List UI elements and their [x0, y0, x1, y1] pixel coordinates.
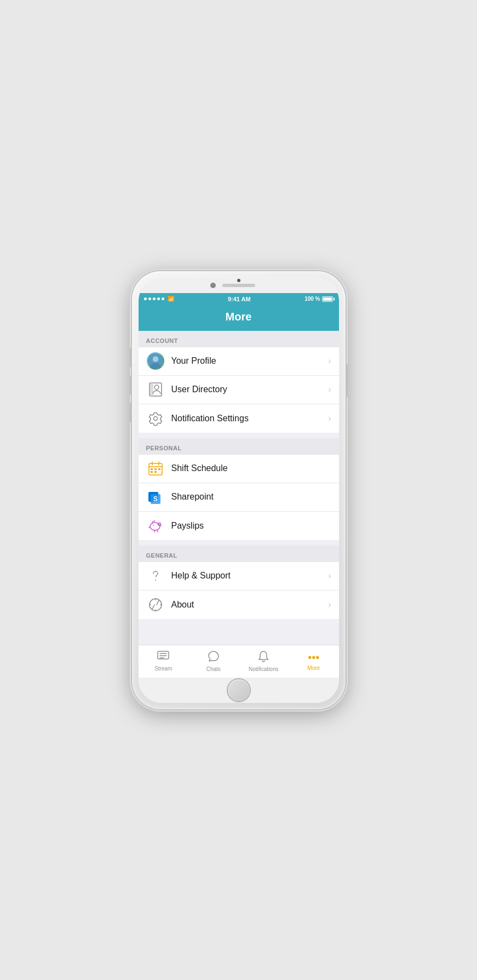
- tab-notifications-label: Notifications: [249, 666, 278, 672]
- profile-icon: [146, 352, 165, 370]
- section-personal-label: PERSONAL: [146, 445, 182, 451]
- more-icon: •••: [308, 651, 319, 664]
- calendar-icon: [146, 459, 165, 478]
- svg-rect-14: [151, 471, 153, 473]
- section-personal-header: PERSONAL: [139, 438, 339, 455]
- app-header: More: [139, 305, 339, 331]
- stream-icon: [157, 651, 169, 664]
- svg-text:S: S: [153, 495, 158, 503]
- help-support-chevron: ›: [328, 571, 331, 581]
- menu-item-sharepoint[interactable]: S Sharepoint: [139, 483, 339, 512]
- signal-dot-1: [144, 297, 147, 300]
- menu-item-your-profile[interactable]: Your Profile ›: [139, 347, 339, 376]
- svg-point-21: [153, 525, 154, 526]
- section-account-header: ACCOUNT: [139, 331, 339, 347]
- help-support-label: Help & Support: [171, 571, 329, 581]
- svg-point-22: [155, 580, 156, 581]
- about-label: About: [171, 600, 329, 610]
- payslips-label: Payslips: [171, 521, 331, 531]
- menu-item-help-support[interactable]: Help & Support ›: [139, 562, 339, 591]
- notification-settings-chevron: ›: [328, 414, 331, 423]
- signal-area: 📶: [144, 296, 174, 302]
- user-directory-chevron: ›: [328, 385, 331, 394]
- your-profile-chevron: ›: [328, 356, 331, 366]
- tab-stream-label: Stream: [154, 666, 172, 672]
- sharepoint-label: Sharepoint: [171, 492, 331, 502]
- profile-avatar: [147, 352, 164, 370]
- menu-item-user-directory[interactable]: User Directory ›: [139, 376, 339, 404]
- spacer-3: [139, 619, 339, 624]
- compass-icon: [146, 595, 165, 614]
- wifi-icon: 📶: [168, 296, 174, 302]
- svg-point-6: [153, 416, 157, 420]
- battery-fill: [323, 297, 332, 301]
- tab-bar: Stream Chats: [139, 645, 339, 678]
- directory-icon: [146, 380, 165, 399]
- tab-chats-label: Chats: [206, 666, 221, 672]
- spacer-2: [139, 540, 339, 546]
- personal-menu-list: Shift Schedule S Sharepoint: [139, 455, 339, 540]
- notification-settings-label: Notification Settings: [171, 414, 329, 423]
- status-bar: 📶 9:41 AM 100 %: [139, 293, 339, 305]
- piggy-icon: [146, 517, 165, 535]
- svg-rect-15: [154, 471, 157, 473]
- menu-item-shift-schedule[interactable]: Shift Schedule: [139, 455, 339, 483]
- signal-dot-3: [153, 297, 156, 300]
- phone-top-bar: [139, 278, 339, 293]
- section-general-label: GENERAL: [146, 552, 177, 559]
- tab-more-label: More: [307, 665, 320, 671]
- menu-item-notification-settings[interactable]: Notification Settings ›: [139, 404, 339, 433]
- phone-dot: [237, 279, 240, 282]
- svg-point-1: [152, 356, 158, 362]
- bell-icon: [258, 650, 269, 665]
- tab-chats[interactable]: Chats: [188, 645, 239, 678]
- svg-rect-13: [158, 468, 160, 470]
- home-button[interactable]: [228, 679, 250, 701]
- account-menu-list: Your Profile › Use: [139, 347, 339, 433]
- svg-line-29: [157, 600, 159, 605]
- main-content: ACCOUNT: [139, 331, 339, 645]
- screen: 📶 9:41 AM 100 % More ACCOUNT: [139, 293, 339, 678]
- general-menu-list: Help & Support ›: [139, 562, 339, 619]
- signal-dot-4: [157, 297, 160, 300]
- section-account-label: ACCOUNT: [146, 337, 179, 344]
- tab-notifications[interactable]: Notifications: [239, 645, 289, 678]
- svg-line-28: [152, 605, 154, 609]
- svg-point-23: [150, 599, 162, 611]
- phone-bottom: [139, 678, 339, 703]
- user-directory-label: User Directory: [171, 385, 329, 394]
- page-title: More: [226, 311, 252, 323]
- svg-point-5: [154, 385, 159, 389]
- sharepoint-icon: S: [146, 488, 165, 506]
- phone-camera: [210, 283, 216, 288]
- svg-rect-4: [151, 383, 153, 396]
- battery-percent: 100 %: [304, 296, 320, 302]
- about-chevron: ›: [328, 600, 331, 610]
- question-icon: [146, 566, 165, 585]
- phone-inner: 📶 9:41 AM 100 % More ACCOUNT: [139, 278, 339, 703]
- spacer-1: [139, 433, 339, 438]
- svg-rect-12: [154, 468, 157, 470]
- menu-item-payslips[interactable]: Payslips: [139, 512, 339, 540]
- menu-item-about[interactable]: About ›: [139, 591, 339, 619]
- gear-icon: [146, 409, 165, 428]
- status-time: 9:41 AM: [228, 296, 251, 302]
- battery-icon: [322, 296, 333, 302]
- phone-frame: 📶 9:41 AM 100 % More ACCOUNT: [132, 271, 346, 709]
- svg-rect-11: [151, 468, 153, 470]
- signal-dot-2: [148, 297, 151, 300]
- tab-stream[interactable]: Stream: [139, 645, 189, 678]
- shift-schedule-label: Shift Schedule: [171, 463, 331, 473]
- section-general-header: GENERAL: [139, 546, 339, 562]
- your-profile-label: Your Profile: [171, 356, 329, 366]
- phone-speaker: [222, 284, 255, 287]
- chats-icon: [208, 650, 220, 665]
- signal-dot-5: [162, 297, 164, 300]
- tab-more[interactable]: ••• More: [289, 645, 339, 678]
- status-right: 100 %: [304, 296, 333, 302]
